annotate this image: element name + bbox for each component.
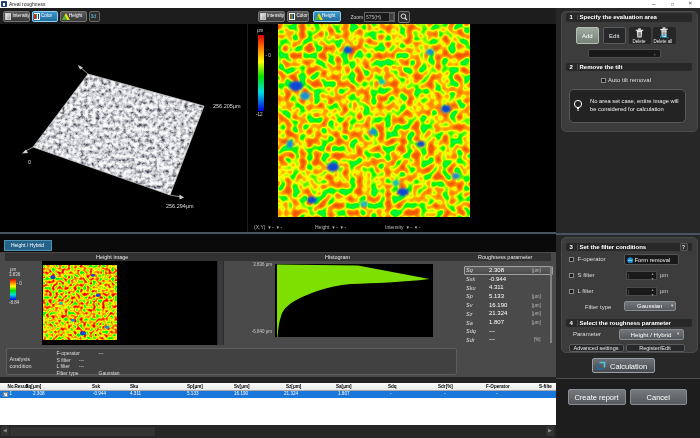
svg-text:256.205μm: 256.205μm xyxy=(213,103,241,109)
svg-text:256.294μm: 256.294μm xyxy=(166,203,194,209)
svg-text:0: 0 xyxy=(28,159,31,165)
